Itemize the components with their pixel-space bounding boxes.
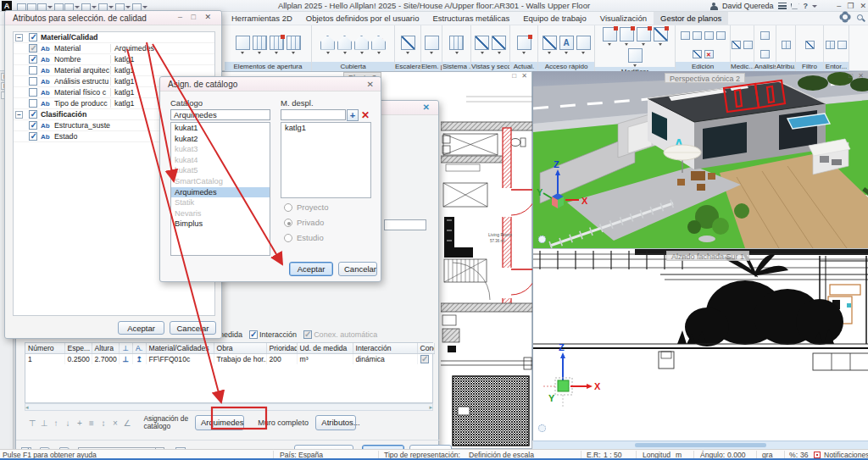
tab-visualización[interactable]: Visualización	[593, 12, 654, 25]
catalog-list-item[interactable]: SmartCatalog	[171, 176, 270, 187]
table-cell[interactable]: Trabajo de hor...	[214, 354, 266, 365]
perspective-view[interactable]: A	[532, 71, 868, 248]
wall-layers-table[interactable]: NúmeroEspe...Altura⊥A.Material/Calidades…	[25, 342, 433, 403]
mdespl-list[interactable]: katlg1	[281, 122, 371, 198]
table-cell[interactable]: 2.7000	[92, 354, 119, 365]
autoconn-checkbox[interactable]	[303, 330, 312, 339]
dropdown-caret-icon[interactable]	[642, 43, 645, 46]
catalog-list-item[interactable]: Nevaris	[171, 208, 270, 219]
attribute-checkbox[interactable]	[29, 132, 37, 141]
swap-icon[interactable]: ↕	[97, 418, 109, 428]
dropdown-caret-icon[interactable]	[522, 52, 526, 54]
close-button[interactable]: ✕	[860, 2, 866, 10]
copy-icon[interactable]	[681, 31, 690, 40]
attributes-ok-button[interactable]: Aceptar	[118, 321, 164, 335]
table-cell[interactable]: ⊥	[119, 354, 132, 365]
catalog-dialog-title[interactable]: Asign. de catálogo	[160, 77, 381, 91]
attribute-checkbox[interactable]	[29, 44, 37, 53]
dropdown-caret-icon[interactable]	[360, 52, 364, 54]
table-cell[interactable]: 1	[25, 354, 64, 365]
region-icon[interactable]	[837, 41, 847, 49]
dropdown-caret-icon[interactable]	[565, 52, 568, 54]
attributes-icon[interactable]	[782, 41, 791, 49]
horizontal-scrollbar[interactable]	[533, 441, 868, 449]
mdespl-delete-icon[interactable]: ✕	[359, 109, 371, 121]
label-icon[interactable]	[760, 31, 770, 40]
attribute-checkbox[interactable]	[29, 77, 37, 86]
attribute-checkbox[interactable]	[29, 66, 37, 75]
table-column-header[interactable]: Cone	[417, 343, 434, 354]
radio-icon[interactable]	[284, 203, 292, 212]
dropdown-caret-icon[interactable]	[275, 52, 278, 54]
dropdown-caret-icon[interactable]	[581, 52, 585, 54]
stair-icon[interactable]	[401, 36, 415, 50]
radio-icon[interactable]	[284, 219, 292, 227]
railing-icon[interactable]	[425, 36, 439, 50]
table-cell[interactable]: 0.2500	[64, 354, 92, 365]
attribute-value[interactable]: katlg1	[110, 55, 214, 64]
shop-cart-icon[interactable]	[791, 3, 799, 9]
move-up-icon[interactable]: ↑	[50, 418, 62, 428]
catalog-list-item[interactable]: kukat3	[171, 144, 270, 155]
table-column-header[interactable]: A.	[132, 343, 146, 354]
mdespl-add-icon[interactable]: +	[347, 109, 359, 121]
dropdown-caret-icon[interactable]	[430, 52, 433, 54]
tab-gestor-de-planos[interactable]: Gestor de planos	[654, 12, 728, 25]
delete-layer-icon[interactable]: ×	[109, 418, 121, 428]
window-icon[interactable]	[253, 36, 267, 50]
slab-system-icon[interactable]	[449, 36, 464, 50]
catalog-list-item[interactable]: Arquimedes	[171, 187, 270, 198]
report-icon[interactable]	[760, 50, 770, 58]
dropdown-caret-icon[interactable]	[548, 52, 551, 54]
attribute-checkbox[interactable]	[29, 55, 37, 64]
edit-points-icon[interactable]	[637, 27, 651, 42]
attribute-checkbox[interactable]	[29, 121, 37, 130]
tab-estructuras-metálicas[interactable]: Estructuras metálicas	[426, 12, 516, 25]
attribute-checkbox[interactable]	[29, 88, 37, 97]
attribute-value[interactable]: Arquimedes	[110, 44, 214, 53]
mirror-icon[interactable]	[693, 50, 702, 58]
tree-expander-icon[interactable]: −	[15, 34, 23, 42]
catalog-ok-button[interactable]: Aceptar	[289, 262, 333, 276]
plan-view-controls[interactable]: □ ✕	[512, 72, 529, 80]
catalog-list-item[interactable]: Statik	[171, 197, 270, 208]
attribute-checkbox[interactable]	[29, 99, 37, 108]
dropdown-caret-icon[interactable]	[498, 52, 501, 54]
user-icon[interactable]	[710, 3, 718, 10]
dropdown-caret-icon[interactable]	[406, 52, 409, 54]
move-down-icon[interactable]: ↓	[62, 418, 74, 428]
center-axis-icon[interactable]: +	[74, 418, 86, 428]
tab-equipo-de-trabajo[interactable]: Equipo de trabajo	[516, 12, 593, 25]
dropdown-caret-icon[interactable]	[377, 52, 381, 54]
wall-attributes-button[interactable]: Atributos...	[315, 415, 356, 430]
door-icon[interactable]	[236, 36, 250, 50]
catalog-list-item[interactable]: kukat2	[171, 134, 270, 145]
attribute-row[interactable]: AbNombrekatlg1	[14, 54, 214, 65]
attribute-row[interactable]: AbMaterial arquiteckatlg1	[14, 65, 214, 76]
catalog-scope-option[interactable]: Estudio	[284, 233, 329, 242]
dimension-icon[interactable]	[576, 36, 591, 50]
attributes-cancel-button[interactable]: Cancelar	[170, 321, 216, 335]
table-cell[interactable]	[417, 354, 434, 365]
catalog-list-item[interactable]: kukat4	[171, 155, 270, 166]
facade-icon[interactable]	[287, 36, 301, 50]
catalog-dialog-close-icon[interactable]: ✕	[367, 80, 374, 89]
dropdown-caret-icon[interactable]	[481, 52, 484, 54]
distribute-icon[interactable]: ≡	[86, 418, 97, 428]
task-list-icon[interactable]	[778, 3, 787, 9]
align-top-icon[interactable]: ⊤	[26, 418, 38, 428]
dropdown-caret-icon[interactable]	[659, 43, 662, 46]
catalog-list-item[interactable]: kukat1	[171, 123, 270, 134]
table-column-header[interactable]: ⊥	[119, 343, 132, 354]
help-icon[interactable]: ?	[804, 2, 809, 10]
catalog-cancel-button[interactable]: Cancelar	[338, 262, 377, 276]
crop-icon[interactable]	[704, 31, 714, 40]
tree-expander-icon[interactable]: −	[15, 111, 23, 119]
pencil-icon[interactable]	[603, 27, 617, 42]
table-column-header[interactable]: Ud. de medida	[297, 343, 353, 354]
search-icon[interactable]	[857, 14, 863, 20]
mdespl-item[interactable]: katlg1	[281, 123, 370, 134]
interaction-checkbox[interactable]	[249, 330, 258, 339]
table-cell[interactable]: FF\FFQ010c	[146, 354, 214, 365]
attribute-row[interactable]: AbMaterialArquimedes	[14, 43, 214, 54]
